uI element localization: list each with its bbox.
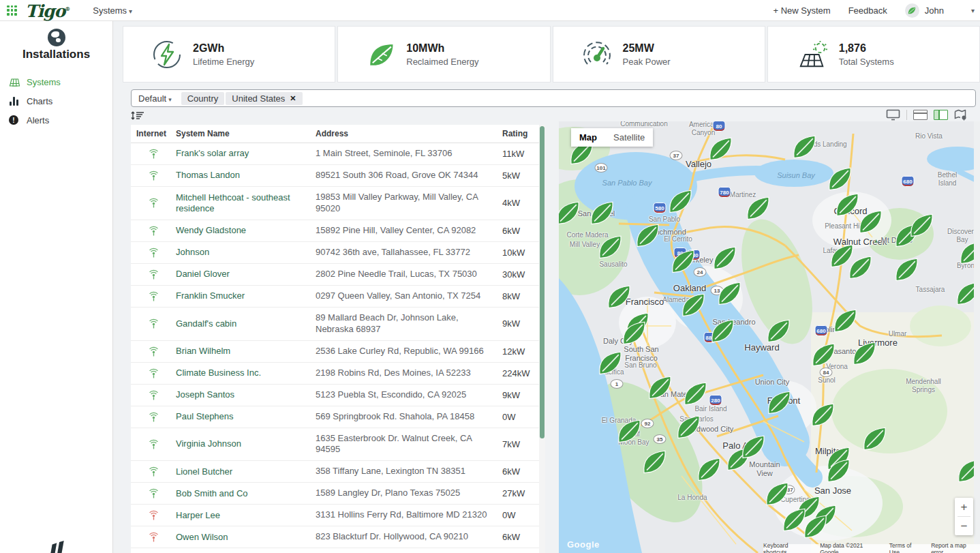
sidebar-item-alerts[interactable]: ! Alerts: [0, 110, 112, 130]
table-scrollbar[interactable]: [539, 125, 545, 553]
map-leaf-marker[interactable]: [801, 514, 829, 539]
system-name-link[interactable]: Bob Smith and Co: [176, 488, 316, 499]
monitor-view-icon[interactable]: [886, 109, 900, 121]
map-leaf-marker[interactable]: [715, 281, 744, 305]
avatar[interactable]: [905, 3, 919, 18]
table-row[interactable]: Owen Wilson 823 Blackturf Dr. Hollywood,…: [131, 526, 545, 548]
table-row[interactable]: Brian Wilhelm 2536 Lake Curley Rd, Repub…: [131, 341, 545, 363]
new-system-button[interactable]: + New System: [774, 5, 831, 16]
tigo-logo[interactable]: Tigo®: [25, 0, 70, 21]
table-view-icon[interactable]: [913, 110, 928, 120]
table-row[interactable]: Joseph Santos 5123 Puebla St, Escondido,…: [131, 385, 545, 406]
nav-systems-dropdown[interactable]: Systems▾: [93, 5, 132, 16]
map-leaf-marker[interactable]: [604, 284, 633, 309]
table-row[interactable]: Paul Stephens 569 Springbrook Rd. Shahol…: [131, 406, 545, 428]
table-row[interactable]: Gandalf's cabin 89 Mallard Beach Dr, Joh…: [131, 308, 545, 341]
table-row[interactable]: Harper Lee 3131 Hollins Ferry Rd, Baltim…: [131, 505, 545, 526]
system-name-link[interactable]: Thomas Landon: [176, 170, 316, 181]
system-name-link[interactable]: Climate Business Inc.: [176, 368, 316, 378]
col-address[interactable]: Address: [316, 129, 502, 138]
map-leaf-marker[interactable]: [831, 308, 859, 333]
map-leaf-marker[interactable]: [856, 209, 885, 234]
system-name-link[interactable]: Brian Wilhelm: [176, 346, 316, 357]
map-leaf-marker[interactable]: [860, 426, 889, 451]
user-menu-caret-icon[interactable]: ▾: [971, 7, 975, 14]
table-row[interactable]: Climate Business Inc. 2198 Robins Rd, De…: [131, 363, 545, 385]
system-name-link[interactable]: Mitchell Hethcoat - southeast residence: [176, 192, 316, 215]
system-name-link[interactable]: Johnson: [176, 247, 316, 258]
map-leaf-marker[interactable]: [763, 481, 791, 506]
map-leaf-marker[interactable]: [850, 341, 878, 365]
col-system-name[interactable]: System Name: [176, 129, 316, 138]
map-leaf-marker[interactable]: [679, 293, 707, 317]
map-leaf-marker[interactable]: [587, 200, 616, 225]
filter-preset-dropdown[interactable]: Default▾: [138, 93, 172, 104]
system-name-link[interactable]: Wendy Gladstone: [176, 225, 316, 236]
map-leaf-marker[interactable]: [710, 245, 739, 270]
map-leaf-marker[interactable]: [669, 249, 697, 273]
map-leaf-marker[interactable]: [809, 342, 838, 367]
system-name-link[interactable]: Owen Wilson: [176, 532, 316, 543]
terms-of-use-link[interactable]: Terms of Use: [889, 542, 921, 553]
system-name-link[interactable]: Lionel Butcher: [176, 466, 316, 477]
report-map-error-link[interactable]: Report a map error: [931, 542, 977, 553]
split-view-icon[interactable]: [934, 110, 948, 120]
keyboard-shortcuts-link[interactable]: Keyboard shortcuts: [763, 542, 810, 553]
table-row[interactable]: Lionel Butcher 358 Tiffany Lane, Lexingt…: [131, 461, 545, 483]
col-internet[interactable]: Internet: [131, 129, 176, 138]
map-leaf-marker[interactable]: [846, 255, 874, 280]
table-row[interactable]: Bob Smith and Co 1589 Langley Dr, Plano …: [131, 483, 545, 505]
feedback-button[interactable]: Feedback: [848, 5, 887, 16]
map-leaf-marker[interactable]: [681, 381, 709, 406]
map-leaf-marker[interactable]: [674, 415, 703, 439]
table-row[interactable]: Frank's solar array 1 Main Street, Semin…: [131, 143, 545, 165]
zoom-out-button[interactable]: −: [955, 517, 973, 535]
system-name-link[interactable]: Harper Lee: [176, 510, 316, 521]
table-row[interactable]: Johnson 90742 36th ave, Tallahassee, FL …: [131, 242, 545, 264]
app-grid-icon[interactable]: [7, 5, 17, 16]
map-leaf-marker[interactable]: [765, 390, 793, 415]
system-name-link[interactable]: Gandalf's cabin: [176, 318, 316, 329]
map-leaf-marker[interactable]: [666, 189, 694, 213]
map-leaf-marker[interactable]: [706, 136, 735, 161]
map-view-icon[interactable]: [954, 109, 968, 121]
remove-filter-icon[interactable]: ✕: [290, 94, 296, 103]
map-leaf-marker[interactable]: [744, 196, 772, 220]
map-leaf-marker[interactable]: [892, 257, 921, 282]
map-leaf-marker[interactable]: [907, 213, 936, 237]
map-panel[interactable]: CommunicationAmerican CanyonVallejoBirds…: [559, 121, 980, 553]
system-name-link[interactable]: Daniel Glover: [176, 269, 316, 280]
map-leaf-marker[interactable]: [808, 402, 837, 427]
table-row[interactable]: Virginia Johnson 1635 Easterbrook Dr. Wa…: [131, 428, 545, 462]
sidebar-item-systems[interactable]: Systems: [0, 72, 112, 91]
map-leaf-marker[interactable]: [694, 457, 723, 481]
system-name-link[interactable]: Joseph Santos: [176, 389, 316, 400]
map-button[interactable]: Map: [571, 128, 605, 147]
map-leaf-marker[interactable]: [825, 166, 854, 191]
map-leaf-marker[interactable]: [739, 434, 767, 459]
system-name-link[interactable]: Virginia Johnson: [176, 438, 316, 449]
scrollbar-thumb[interactable]: [540, 126, 545, 438]
map-leaf-marker[interactable]: [708, 318, 737, 343]
table-row[interactable]: Wendy Gladstone 15892 Pine Hill, Valley …: [131, 220, 545, 242]
map-leaf-marker[interactable]: [559, 200, 582, 225]
table-row[interactable]: Thomas Landon 89521 South 306 Road, Grov…: [131, 165, 545, 187]
table-row[interactable]: Mitchell Hethcoat - southeast residence …: [131, 187, 545, 220]
map-leaf-marker[interactable]: [764, 318, 793, 343]
map-leaf-marker[interactable]: [790, 134, 818, 159]
table-row[interactable]: Franklin Smucker 0297 Queen Valley, San …: [131, 286, 545, 308]
map-leaf-marker[interactable]: [640, 449, 669, 474]
map-leaf-marker[interactable]: [633, 223, 662, 248]
sidebar-item-charts[interactable]: Charts: [0, 91, 112, 110]
map-leaf-marker[interactable]: [645, 375, 674, 400]
system-name-link[interactable]: Franklin Smucker: [176, 290, 316, 301]
zoom-in-button[interactable]: +: [955, 498, 973, 516]
satellite-button[interactable]: Satellite: [605, 128, 653, 147]
map-leaf-marker[interactable]: [615, 419, 643, 443]
sort-rows-icon[interactable]: [131, 110, 144, 123]
map-leaf-marker[interactable]: [619, 320, 648, 345]
map-leaf-marker[interactable]: [596, 235, 624, 259]
system-name-link[interactable]: Paul Stephens: [176, 411, 316, 422]
system-name-link[interactable]: Frank's solar array: [176, 148, 316, 159]
map-leaf-marker[interactable]: [596, 350, 624, 375]
